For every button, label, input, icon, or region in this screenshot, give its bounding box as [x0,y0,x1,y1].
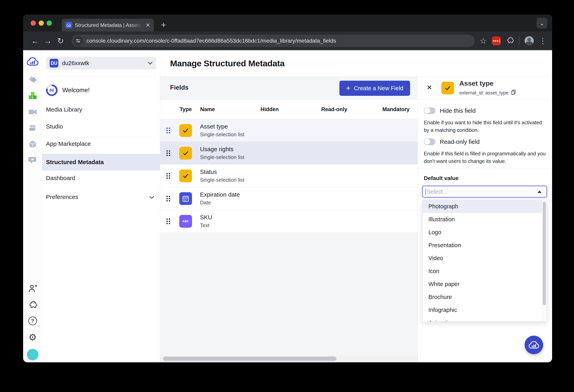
browser-menu-icon[interactable]: ⋮ [539,37,547,45]
cube-icon[interactable] [23,140,42,149]
sidebar-divider [46,137,156,138]
tab-close-icon[interactable]: ✕ [145,22,150,28]
bookmark-star-icon[interactable]: ☆ [480,36,487,45]
site-settings-icon[interactable] [73,36,83,46]
tab-title: Structured Metadata | Assets [75,22,143,28]
drag-handle-icon[interactable] [166,150,170,157]
option-white-paper[interactable]: White paper [422,278,547,291]
default-value-label: Default value [424,175,458,182]
table-row-expiration-date[interactable]: Expiration date Date [160,187,418,210]
new-tab-icon[interactable]: + [161,19,166,31]
window-zoom-button[interactable] [47,21,52,26]
settings-gear-icon[interactable]: ⚙ [23,333,42,342]
sidebar-item-welcome[interactable]: 80 Welcome! [46,84,90,96]
default-value-dropdown: Photograph Illustration Logo Presentatio… [422,200,547,322]
horizontal-scrollbar-thumb[interactable] [163,356,336,361]
column-type: Type [180,106,192,113]
sidebar-item-structured-metadata[interactable]: Structured Metadata [42,154,160,170]
option-logo[interactable]: Logo [422,226,547,239]
hide-field-toggle[interactable] [424,107,435,114]
dropdown-open-caret-icon[interactable] [537,190,542,193]
cloudinary-fab-button[interactable] [525,336,543,354]
copy-icon[interactable] [511,89,516,96]
read-only-label: Read-only field [440,138,480,145]
table-row-asset-type[interactable]: Asset type Single-selection list [160,119,418,142]
welcome-label: Welcome! [62,87,90,94]
option-infographic[interactable]: Infographic [422,304,547,316]
column-hidden: Hidden [261,106,279,113]
reload-icon[interactable]: ↻ [54,36,67,45]
sidebar: DU du26xxwtk 80 Welcome! Media Library S… [42,50,160,362]
fields-heading: Fields [170,84,188,91]
option-brochure[interactable]: Brochure [422,291,547,304]
video-icon[interactable] [23,107,42,117]
hide-field-label: Hide this field [440,107,476,114]
page-title: Manage Structured Metadata [170,59,285,68]
single-selection-icon [179,124,192,137]
option-illustration[interactable]: Illustration [422,213,547,226]
sidebar-item-dashboard[interactable]: Dashboard [42,172,160,184]
table-row-status[interactable]: Status Single-selection list [160,165,418,187]
option-partial[interactable]: Animation [422,316,547,322]
browser-toolbar: ← → ↻ console.cloudinary.com/console/c-0… [23,31,552,50]
forward-icon[interactable]: → [41,37,54,45]
window-minimize-button[interactable] [39,21,44,26]
addons-puzzle-icon[interactable] [23,300,42,309]
table-row-usage-rights[interactable]: Usage rights Single-selection list [160,142,418,165]
option-photograph[interactable]: Photograph [422,200,547,213]
single-selection-icon [179,169,192,182]
default-value-input[interactable] [427,188,537,195]
address-bar[interactable]: console.cloudinary.com/console/c-0ffad8a… [72,35,475,47]
sidebar-item-app-marketplace[interactable]: App Marketplace [42,138,160,150]
product-rail: ? ⚙ [23,50,42,362]
back-icon[interactable]: ← [29,37,41,45]
sidebar-item-studio[interactable]: Studio [42,121,160,132]
help-icon[interactable]: ? [23,316,42,325]
window-close-button[interactable] [31,21,36,26]
assets-diamond-icon[interactable] [23,75,42,84]
browser-tab[interactable]: Structured Metadata | Assets ✕ [62,19,154,31]
create-new-field-button[interactable]: + Create a New Field [339,81,410,96]
programmable-media-icon[interactable] [23,91,42,100]
feedback-tag-icon[interactable] [23,156,42,165]
sidebar-item-preferences[interactable]: Preferences [42,191,160,203]
account-switcher[interactable]: DU du26xxwtk [46,57,156,69]
drag-handle-icon[interactable] [166,195,170,203]
fields-header: Fields + Create a New Field [160,77,418,100]
invite-user-icon[interactable] [23,284,42,293]
dam-layers-icon[interactable] [23,124,42,133]
field-title: Asset type [459,80,493,87]
column-read-only: Read-only [321,106,347,113]
drag-handle-icon[interactable] [166,127,170,135]
drag-handle-icon[interactable] [166,172,170,180]
read-only-description: Enable if this field is filled in progra… [424,150,547,165]
read-only-toggle[interactable] [424,138,435,145]
lastpass-extension-icon[interactable] [492,37,501,45]
option-presentation[interactable]: Presentation [422,239,547,252]
text-cursor [425,188,426,195]
close-panel-icon[interactable]: ✕ [424,82,435,93]
fields-panel: Fields + Create a New Field Type Name Hi… [160,77,418,362]
extensions-puzzle-icon[interactable] [506,37,514,45]
option-icon[interactable]: Icon [422,265,547,278]
tab-strip: Structured Metadata | Assets ✕ + ⌄ [23,15,552,31]
browser-window: Structured Metadata | Assets ✕ + ⌄ ← → ↻… [23,15,552,362]
tab-search-chevron-icon[interactable]: ⌄ [536,18,547,28]
text-type-icon: ABC [179,215,192,228]
dropdown-scrollbar-thumb[interactable] [543,202,546,305]
external-id: external_id: asset_type [459,90,509,96]
default-value-select[interactable] [422,186,547,197]
table-row-sku[interactable]: ABC SKU Text [160,210,418,233]
progress-ring: 80 [46,84,58,96]
single-selection-icon [441,82,454,94]
page-header: Manage Structured Metadata [160,50,552,77]
drag-handle-icon[interactable] [166,218,170,226]
user-presence-avatar[interactable] [23,349,42,360]
option-video[interactable]: Video [422,252,547,265]
profile-avatar[interactable] [525,36,534,45]
account-name: du26xxwtk [62,60,144,66]
sidebar-item-media-library[interactable]: Media Library [42,103,160,116]
cloudinary-logo-icon[interactable] [23,57,42,66]
plus-icon: + [346,85,350,92]
cloudinary-favicon [65,22,72,28]
